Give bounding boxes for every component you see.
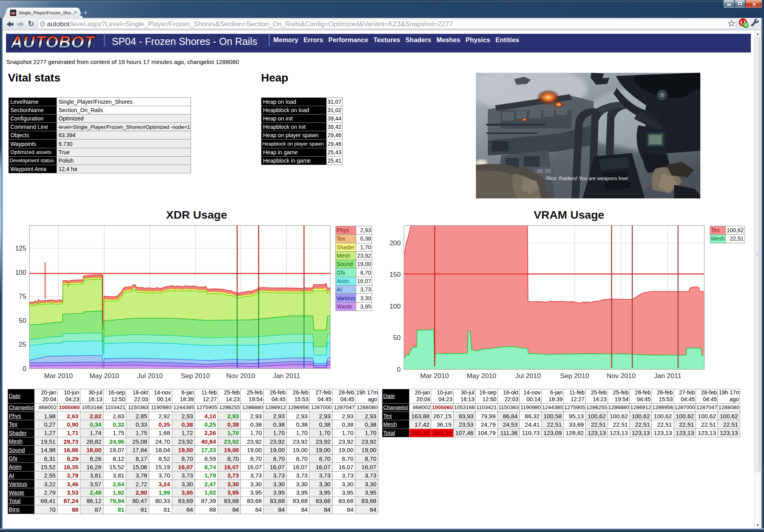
svg-text:50: 50 <box>19 317 26 324</box>
svg-text:Nov 2010: Nov 2010 <box>607 372 636 380</box>
svg-text:0: 0 <box>23 365 26 373</box>
svg-text:25: 25 <box>19 341 26 348</box>
svg-text:Jul 2010: Jul 2010 <box>137 372 163 380</box>
svg-text:50: 50 <box>393 334 401 342</box>
svg-text:May 2010: May 2010 <box>467 372 497 380</box>
svg-text:Jan 2011: Jan 2011 <box>273 372 300 380</box>
svg-text:Rico: Raiders! You are weapons: Rico: Raiders! You are weapons free! <box>546 176 628 181</box>
svg-text:Jan 2011: Jan 2011 <box>654 372 682 380</box>
svg-text:Nov 2010: Nov 2010 <box>226 372 255 380</box>
svg-text:100: 100 <box>16 269 26 276</box>
svg-text:Mar 2010: Mar 2010 <box>420 372 449 380</box>
svg-text:Sep 2010: Sep 2010 <box>181 372 210 380</box>
svg-text:75: 75 <box>19 293 26 300</box>
svg-text:100: 100 <box>390 303 401 310</box>
svg-text:Mar 2010: Mar 2010 <box>44 372 73 380</box>
svg-text:Sep 2010: Sep 2010 <box>560 372 589 380</box>
svg-text:125: 125 <box>16 245 26 252</box>
svg-text:May 2010: May 2010 <box>90 372 119 380</box>
svg-text:150: 150 <box>390 271 401 278</box>
svg-text:200: 200 <box>390 239 401 247</box>
svg-text:0: 0 <box>397 366 401 373</box>
svg-text:Jul 2010: Jul 2010 <box>515 372 541 380</box>
